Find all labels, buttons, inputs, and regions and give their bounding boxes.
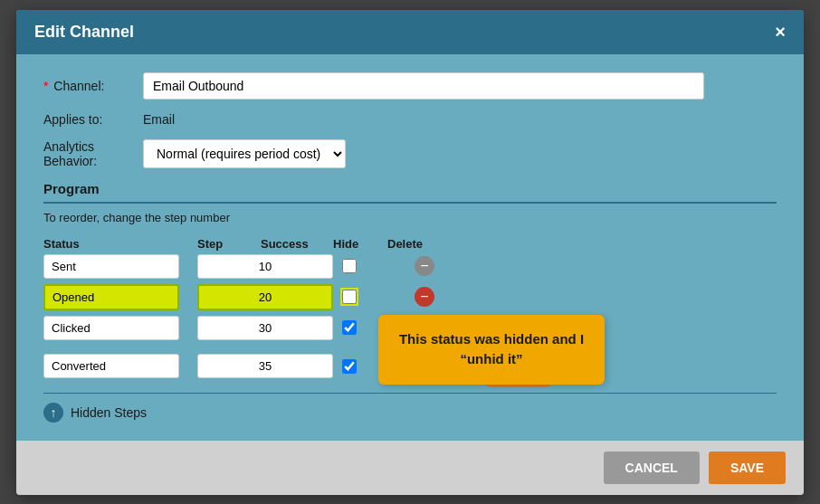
- hidden-steps-icon: ↑: [43, 403, 63, 423]
- hide-cell: −: [405, 256, 460, 276]
- applies-to-row: Applies to: Email: [43, 112, 777, 127]
- status-input[interactable]: [43, 354, 179, 378]
- success-checkbox[interactable]: [342, 259, 357, 273]
- status-input[interactable]: [43, 284, 179, 310]
- modal-body: * Channel: Applies to: Email AnalyticsBe…: [16, 54, 804, 441]
- hidden-steps-row[interactable]: ↑ Hidden Steps: [43, 393, 777, 423]
- step-input[interactable]: [197, 254, 333, 279]
- success-checkbox[interactable]: [342, 359, 357, 374]
- col-header-success: Success: [252, 237, 324, 251]
- table-header: Status Step Success Hide Delete: [43, 233, 777, 254]
- hide-button[interactable]: −: [415, 287, 434, 307]
- success-cell: [333, 290, 405, 304]
- hidden-steps-label: Hidden Steps: [71, 405, 147, 420]
- table-row: −: [43, 254, 777, 279]
- col-header-delete: Delete: [378, 237, 442, 251]
- col-header-hide: Hide: [324, 237, 378, 251]
- step-input[interactable]: [197, 284, 333, 310]
- col-header-step: Step: [188, 237, 252, 251]
- channel-label: * Channel:: [43, 79, 143, 93]
- edit-channel-modal: Edit Channel × * Channel: Applies to: Em…: [16, 10, 804, 495]
- tooltip-box: This status was hidden and I “unhid it”: [378, 315, 605, 385]
- hide-cell: −: [405, 287, 460, 307]
- modal-header: Edit Channel ×: [16, 10, 804, 54]
- applies-to-value: Email: [143, 112, 175, 127]
- save-button[interactable]: SAVE: [709, 452, 786, 484]
- table-row: −: [43, 284, 777, 310]
- step-cell: [188, 284, 333, 310]
- analytics-row: AnalyticsBehavior: Normal (requires peri…: [43, 139, 777, 168]
- step-cell: [188, 254, 333, 279]
- step-cell: [188, 354, 333, 378]
- status-input[interactable]: [43, 316, 179, 340]
- status-cell: [43, 316, 188, 340]
- col-header-status: Status: [43, 237, 188, 251]
- modal-close-button[interactable]: ×: [775, 23, 786, 41]
- program-hint: To reorder, change the step number: [43, 211, 777, 224]
- status-cell: [43, 354, 188, 378]
- program-table: Status Step Success Hide Delete: [43, 233, 777, 423]
- hide-button[interactable]: −: [415, 256, 434, 276]
- step-input[interactable]: [197, 354, 333, 378]
- required-indicator: *: [43, 79, 48, 93]
- success-checkbox[interactable]: [342, 290, 357, 304]
- status-input[interactable]: [43, 254, 179, 279]
- channel-input[interactable]: [143, 72, 704, 100]
- program-section-title: Program: [43, 181, 777, 204]
- status-cell: [43, 254, 188, 279]
- step-cell: [188, 316, 333, 340]
- success-cell: [333, 259, 405, 273]
- analytics-select[interactable]: Normal (requires period cost) Simple Non…: [143, 139, 346, 168]
- status-cell: [43, 284, 188, 310]
- success-checkbox[interactable]: [342, 320, 357, 335]
- cancel-button[interactable]: CANCEL: [604, 452, 700, 484]
- channel-row: * Channel:: [43, 72, 777, 100]
- analytics-label: AnalyticsBehavior:: [43, 139, 143, 168]
- modal-title: Edit Channel: [34, 23, 134, 42]
- modal-overlay: Edit Channel × * Channel: Applies to: Em…: [0, 0, 820, 504]
- step-input[interactable]: [197, 316, 333, 340]
- applies-to-label: Applies to:: [43, 112, 143, 127]
- modal-footer: CANCEL SAVE: [16, 441, 804, 495]
